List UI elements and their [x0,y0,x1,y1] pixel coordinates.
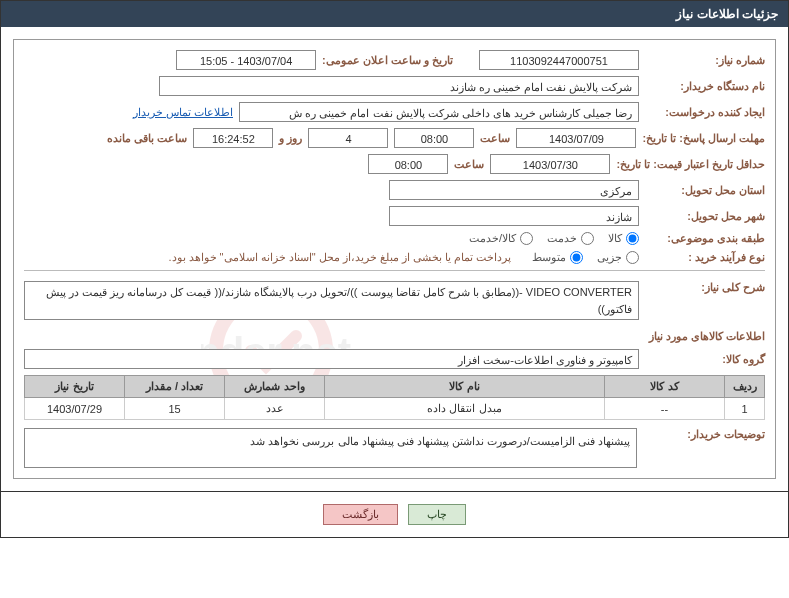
back-button[interactable]: بازگشت [323,504,398,525]
process-radios: جزیی متوسط [532,251,639,264]
cell-row: 1 [725,398,765,420]
payment-note: پرداخت تمام یا بخشی از مبلغ خرید،از محل … [168,251,511,264]
desc-value: پیشنهاد فنی الزامیست/درصورت نداشتن پیشنه… [24,428,637,468]
reply-time-value: 08:00 [394,128,474,148]
th-date: تاریخ نیاز [25,376,125,398]
requester-value: رضا جمیلی کارشناس خرید های داخلی شرکت پا… [239,102,639,122]
need-no-label: شماره نیاز: [645,54,765,67]
reply-deadline-label: مهلت ارسال پاسخ: تا تاریخ: [642,132,765,145]
province-label: استان محل تحویل: [645,184,765,197]
process-label: نوع فرآیند خرید : [645,251,765,264]
contact-buyer-link[interactable]: اطلاعات تماس خریدار [133,106,233,119]
cell-code: -- [605,398,725,420]
proc-small-option[interactable]: جزیی [597,251,639,264]
items-section-title: اطلاعات کالاهای مورد نیاز [24,330,765,343]
summary-label: شرح کلی نیاز: [645,281,765,294]
announce-label: تاریخ و ساعت اعلان عمومی: [322,54,453,67]
table-row[interactable]: 1 -- مبدل انتقال داده عدد 15 1403/07/29 [25,398,765,420]
th-row: ردیف [725,376,765,398]
panel-title: جزئیات اطلاعات نیاز [676,7,778,21]
days-value: 4 [308,128,388,148]
proc-small-radio[interactable] [626,251,639,264]
need-no-value: 1103092447000751 [479,50,639,70]
buyer-org-label: نام دستگاه خریدار: [645,80,765,93]
cell-qty: 15 [125,398,225,420]
th-code: کد کالا [605,376,725,398]
cat-both-radio[interactable] [520,232,533,245]
panel-header: جزئیات اطلاعات نیاز [1,1,788,27]
group-label: گروه کالا: [645,353,765,366]
cell-unit: عدد [225,398,325,420]
price-valid-date: 1403/07/30 [490,154,610,174]
desc-label: توضیحات خریدار: [645,428,765,441]
th-qty: تعداد / مقدار [125,376,225,398]
cat-goods-radio[interactable] [626,232,639,245]
cat-service-option[interactable]: خدمت [547,232,594,245]
items-table: ردیف کد کالا نام کالا واحد شمارش تعداد /… [24,375,765,420]
price-valid-label: حداقل تاریخ اعتبار قیمت: تا تاریخ: [616,158,765,171]
province-value: مرکزی [389,180,639,200]
cat-both-option[interactable]: کالا/خدمت [469,232,533,245]
city-label: شهر محل تحویل: [645,210,765,223]
cell-name: مبدل انتقال داده [325,398,605,420]
summary-value: VIDEO CONVERTER -((مطابق با شرح کامل تقا… [24,281,639,320]
price-valid-time-label: ساعت [454,158,484,171]
th-name: نام کالا [325,376,605,398]
price-valid-time: 08:00 [368,154,448,174]
cat-service-radio[interactable] [581,232,594,245]
remaining-label: ساعت باقی مانده [107,132,187,145]
requester-label: ایجاد کننده درخواست: [645,106,765,119]
divider [24,270,765,271]
category-label: طبقه بندی موضوعی: [645,232,765,245]
city-value: شازند [389,206,639,226]
group-value: کامپیوتر و فناوری اطلاعات-سخت افزار [24,349,639,369]
days-and-label: روز و [279,132,302,145]
cell-date: 1403/07/29 [25,398,125,420]
print-button[interactable]: چاپ [408,504,466,525]
countdown-value: 16:24:52 [193,128,273,148]
th-unit: واحد شمارش [225,376,325,398]
reply-date-value: 1403/07/09 [516,128,636,148]
buyer-org-value: شرکت پالایش نفت امام خمینی ره شازند [159,76,639,96]
announce-value: 1403/07/04 - 15:05 [176,50,316,70]
category-radios: کالا خدمت کالا/خدمت [469,232,639,245]
proc-medium-option[interactable]: متوسط [532,251,583,264]
proc-medium-radio[interactable] [570,251,583,264]
cat-goods-option[interactable]: کالا [608,232,639,245]
reply-time-label: ساعت [480,132,510,145]
